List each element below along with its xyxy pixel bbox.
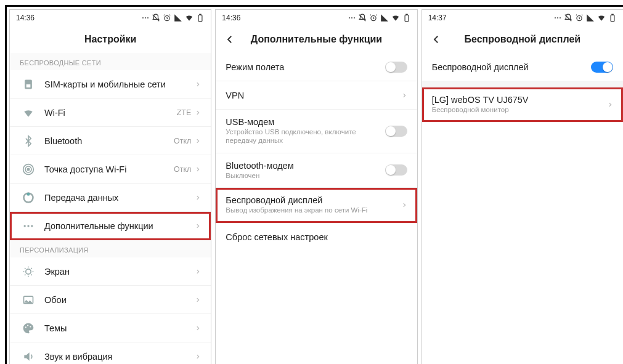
status-icons: ⋯: [348, 14, 411, 22]
wifi-icon: [391, 14, 400, 22]
row-more-features[interactable]: Дополнительные функции: [10, 212, 211, 240]
chevron-right-icon: [195, 81, 201, 87]
row-label: Wi-Fi: [44, 108, 177, 118]
battery-icon: [196, 14, 205, 22]
more-dots-icon: ⋯: [142, 14, 149, 22]
more-icon: [20, 220, 37, 232]
row-data[interactable]: Передача данных: [10, 184, 211, 212]
clock: 14:37: [428, 14, 447, 22]
phone-screen-1: 14:36 ⋯ Настройки БЕСПРОВОДНЫЕ СЕТИ SIM-…: [9, 9, 211, 364]
title-bar: Настройки: [10, 26, 211, 53]
svg-point-5: [27, 168, 29, 170]
chevron-right-icon: [195, 354, 201, 360]
row-bt-tether[interactable]: Bluetooth-модем Выключен: [216, 153, 417, 188]
row-sound[interactable]: Звук и вибрация: [10, 342, 211, 364]
svg-point-9: [27, 192, 30, 195]
chevron-right-icon: [195, 110, 201, 116]
battery-icon: [608, 14, 617, 22]
row-display[interactable]: Экран: [10, 257, 211, 286]
toggle-switch[interactable]: [385, 62, 407, 73]
row-usb-tether[interactable]: USB-модем Устройство USB подключено, вкл…: [216, 110, 417, 153]
svg-rect-19: [405, 15, 409, 21]
row-reset-network[interactable]: Сброс сетевых настроек: [216, 223, 417, 251]
row-label: Режим полета: [226, 62, 385, 72]
row-device-lg-tv[interactable]: [LG] webOS TV UJ675V Беспроводной монито…: [422, 87, 623, 122]
row-label: Дополнительные функции: [44, 221, 195, 231]
page-title: Беспроводной дисплей: [443, 34, 602, 45]
row-label: Точка доступа Wi-Fi: [44, 164, 174, 174]
svg-point-15: [25, 326, 26, 328]
row-subtitle: Беспроводной монитор: [432, 105, 607, 114]
row-subtitle: Устройство USB подключено, включите пере…: [226, 127, 385, 145]
title-bar: Дополнительные функции: [216, 26, 417, 53]
signal-icon: [174, 14, 182, 22]
chevron-right-icon: [195, 269, 201, 275]
row-label: Сброс сетевых настроек: [226, 232, 407, 242]
battery-icon: [402, 14, 411, 22]
wifi-icon: [185, 14, 193, 22]
chevron-right-icon: [195, 195, 201, 201]
content-area: БЕСПРОВОДНЫЕ СЕТИ SIM-карты и мобильные …: [10, 53, 211, 364]
svg-point-10: [24, 225, 26, 227]
alarm-icon: [163, 14, 171, 22]
more-dots-icon: ⋯: [554, 14, 561, 22]
section-header: ПЕРСОНАЛИЗАЦИЯ: [10, 240, 211, 257]
row-airplane[interactable]: Режим полета: [216, 53, 417, 81]
row-wireless-display-toggle[interactable]: Беспроводной дисплей: [422, 53, 623, 81]
status-icons: ⋯: [554, 14, 617, 22]
row-wireless-display[interactable]: Беспроводной дисплей Вывод изображения н…: [216, 188, 417, 222]
row-label: Обои: [44, 295, 195, 305]
chevron-right-icon: [607, 102, 613, 108]
svg-point-13: [26, 269, 31, 273]
svg-rect-23: [612, 14, 613, 15]
content-area: Режим полета VPN USB-модем Устройство US…: [216, 53, 417, 364]
row-value: Откл: [174, 137, 191, 145]
title-bar: Беспроводной дисплей: [422, 26, 623, 53]
svg-point-17: [30, 326, 31, 327]
signal-icon: [380, 14, 389, 22]
row-label: Темы: [44, 323, 195, 333]
wifi-icon: [20, 107, 37, 119]
row-sim[interactable]: SIM-карты и мобильные сети: [10, 70, 211, 99]
row-wifi[interactable]: Wi-Fi ZTE: [10, 99, 211, 127]
chevron-left-icon: [224, 34, 235, 45]
bell-off-icon: [564, 14, 572, 22]
row-label: Bluetooth: [44, 136, 174, 146]
row-bluetooth[interactable]: Bluetooth Откл: [10, 127, 211, 155]
row-wallpaper[interactable]: Обои: [10, 286, 211, 314]
chevron-right-icon: [401, 92, 407, 99]
svg-point-11: [27, 225, 29, 227]
signal-icon: [586, 14, 595, 22]
svg-rect-20: [405, 14, 407, 15]
toggle-switch[interactable]: [385, 164, 407, 176]
section-header: БЕСПРОВОДНЫЕ СЕТИ: [10, 53, 211, 70]
svg-rect-22: [611, 15, 614, 21]
toggle-switch[interactable]: [385, 126, 407, 137]
status-bar: 14:36 ⋯: [216, 10, 417, 26]
toggle-switch[interactable]: [591, 62, 613, 73]
section-gap: [422, 81, 623, 87]
wifi-icon: [597, 14, 606, 22]
more-dots-icon: ⋯: [348, 14, 356, 22]
row-label: Звук и вибрация: [44, 352, 195, 362]
row-label: Передача данных: [44, 193, 195, 203]
back-button[interactable]: [430, 34, 443, 45]
clock: 14:36: [222, 14, 240, 22]
row-label: Экран: [44, 267, 195, 277]
back-button[interactable]: [223, 34, 237, 45]
alarm-icon: [369, 14, 378, 22]
row-value: ZTE: [177, 108, 192, 117]
data-usage-icon: [20, 192, 37, 204]
triptych-frame: 14:36 ⋯ Настройки БЕСПРОВОДНЫЕ СЕТИ SIM-…: [5, 5, 623, 364]
wallpaper-icon: [20, 294, 37, 306]
svg-point-12: [31, 225, 33, 227]
chevron-right-icon: [195, 297, 201, 303]
chevron-right-icon: [195, 166, 201, 172]
content-area: Беспроводной дисплей [LG] webOS TV UJ675…: [422, 53, 623, 364]
alarm-icon: [575, 14, 584, 22]
row-hotspot[interactable]: Точка доступа Wi-Fi Откл: [10, 155, 211, 184]
row-subtitle: Выключен: [226, 171, 385, 180]
row-themes[interactable]: Темы: [10, 314, 211, 342]
row-label: USB-модем: [226, 117, 385, 127]
row-vpn[interactable]: VPN: [216, 81, 417, 110]
